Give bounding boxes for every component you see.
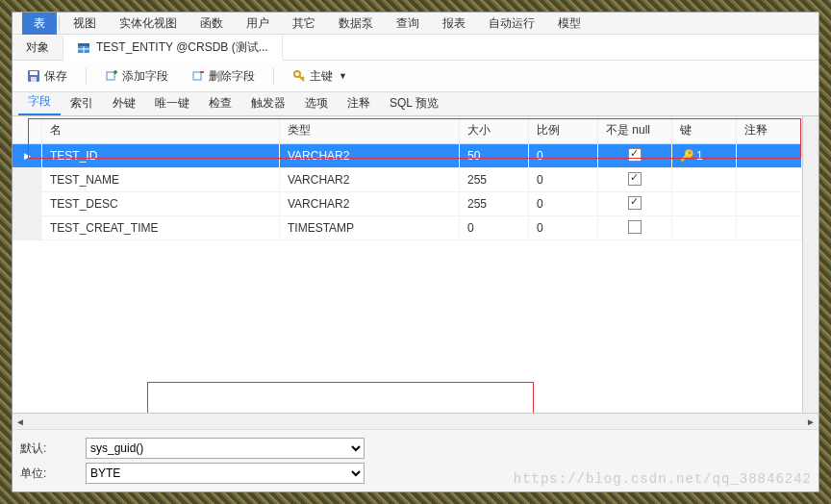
col-comment-header[interactable]: 注释 bbox=[737, 116, 802, 144]
delete-field-button[interactable]: 删除字段 bbox=[183, 64, 264, 88]
cell-type[interactable]: TIMESTAMP bbox=[280, 216, 460, 240]
columns-table: 名 类型 大小 比例 不是 null 键 注释 ▶TEST_IDVARCHAR2… bbox=[13, 116, 802, 240]
horizontal-scrollbar[interactable]: ◄ ► bbox=[13, 413, 818, 429]
menuitem-auto[interactable]: 自动运行 bbox=[477, 13, 546, 35]
table-icon bbox=[77, 40, 90, 54]
primary-key-button[interactable]: 主键 ▼ bbox=[284, 64, 356, 88]
default-label: 默认: bbox=[20, 441, 78, 457]
svg-rect-7 bbox=[107, 72, 114, 80]
add-field-button[interactable]: 添加字段 bbox=[96, 64, 177, 88]
cell-name[interactable]: TEST_ID bbox=[42, 144, 280, 168]
document-tabs: 对象 TEST_ENTITY @CRSDB (测试... bbox=[13, 35, 818, 61]
svg-rect-6 bbox=[31, 77, 37, 82]
svg-rect-1 bbox=[78, 43, 89, 46]
col-notnull-header[interactable]: 不是 null bbox=[598, 116, 672, 144]
notnull-checkbox[interactable] bbox=[628, 148, 642, 162]
columns-grid-area: 名 类型 大小 比例 不是 null 键 注释 ▶TEST_IDVARCHAR2… bbox=[13, 116, 818, 413]
subtab-options[interactable]: 选项 bbox=[295, 91, 338, 115]
default-select[interactable]: sys_guid() bbox=[86, 438, 365, 459]
vertical-scrollbar[interactable] bbox=[802, 116, 818, 413]
cell-key[interactable] bbox=[672, 192, 737, 216]
svg-rect-5 bbox=[30, 71, 38, 75]
cell-type[interactable]: VARCHAR2 bbox=[280, 192, 460, 216]
field-properties-panel: 默认: sys_guid() 单位: BYTE bbox=[13, 429, 818, 491]
cell-scale[interactable]: 0 bbox=[529, 144, 598, 168]
save-button[interactable]: 保存 bbox=[18, 64, 76, 88]
cell-notnull[interactable] bbox=[598, 216, 672, 240]
menuitem-query[interactable]: 查询 bbox=[385, 13, 431, 35]
subtab-index[interactable]: 索引 bbox=[61, 91, 103, 115]
subtab-comment[interactable]: 注释 bbox=[338, 91, 380, 115]
subtab-unique[interactable]: 唯一键 bbox=[145, 91, 199, 115]
subtab-trigger[interactable]: 触发器 bbox=[241, 91, 295, 115]
menuitem-datapump[interactable]: 数据泵 bbox=[327, 13, 385, 35]
table-row[interactable]: ▶TEST_IDVARCHAR2500🔑1 bbox=[13, 144, 802, 168]
cell-key[interactable] bbox=[672, 168, 737, 192]
subtab-fields[interactable]: 字段 bbox=[18, 89, 61, 115]
cell-comment[interactable] bbox=[737, 192, 802, 216]
key-icon bbox=[292, 69, 306, 84]
action-toolbar: 保存 添加字段 删除字段 主键 ▼ bbox=[13, 61, 818, 92]
cell-key[interactable] bbox=[672, 216, 737, 240]
menuitem-table[interactable]: 表 bbox=[22, 13, 57, 35]
table-row[interactable]: TEST_NAMEVARCHAR22550 bbox=[13, 168, 802, 192]
cell-scale[interactable]: 0 bbox=[529, 216, 598, 240]
save-icon bbox=[27, 69, 40, 84]
tab-objects[interactable]: 对象 bbox=[13, 36, 63, 60]
chevron-down-icon: ▼ bbox=[339, 71, 347, 81]
cell-comment[interactable] bbox=[737, 144, 802, 168]
cell-name[interactable]: TEST_CREAT_TIME bbox=[42, 216, 280, 240]
cell-notnull[interactable] bbox=[598, 144, 672, 168]
cell-size[interactable]: 255 bbox=[460, 168, 529, 192]
table-row[interactable]: TEST_DESCVARCHAR22550 bbox=[13, 192, 802, 216]
unit-label: 单位: bbox=[20, 466, 78, 482]
cell-notnull[interactable] bbox=[598, 168, 672, 192]
app-window: 表 视图 实体化视图 函数 用户 其它 数据泵 查询 报表 自动运行 模型 对象… bbox=[12, 12, 819, 492]
menuitem-function[interactable]: 函数 bbox=[189, 13, 235, 35]
unit-select[interactable]: BYTE bbox=[86, 463, 365, 484]
cell-size[interactable]: 0 bbox=[460, 216, 529, 240]
table-row[interactable]: TEST_CREAT_TIMETIMESTAMP00 bbox=[13, 216, 802, 240]
subtab-sql[interactable]: SQL 预览 bbox=[380, 91, 448, 115]
svg-rect-10 bbox=[193, 72, 201, 80]
cell-type[interactable]: VARCHAR2 bbox=[280, 168, 460, 192]
cell-scale[interactable]: 0 bbox=[529, 192, 598, 216]
scroll-left-arrow[interactable]: ◄ bbox=[13, 416, 28, 427]
notnull-checkbox[interactable] bbox=[628, 172, 642, 186]
svg-line-14 bbox=[302, 77, 304, 79]
menuitem-view[interactable]: 视图 bbox=[62, 13, 108, 35]
top-menubar: 表 视图 实体化视图 函数 用户 其它 数据泵 查询 报表 自动运行 模型 bbox=[13, 13, 818, 35]
notnull-checkbox[interactable] bbox=[628, 196, 642, 210]
add-icon bbox=[105, 69, 118, 84]
cell-name[interactable]: TEST_NAME bbox=[42, 168, 280, 192]
cell-comment[interactable] bbox=[737, 168, 802, 192]
col-scale-header[interactable]: 比例 bbox=[529, 116, 598, 144]
menuitem-other[interactable]: 其它 bbox=[281, 13, 327, 35]
cell-notnull[interactable] bbox=[598, 192, 672, 216]
scroll-right-arrow[interactable]: ► bbox=[803, 416, 818, 427]
cell-name[interactable]: TEST_DESC bbox=[42, 192, 280, 216]
menuitem-matview[interactable]: 实体化视图 bbox=[108, 13, 189, 35]
menuitem-user[interactable]: 用户 bbox=[235, 13, 281, 35]
cell-size[interactable]: 50 bbox=[460, 144, 529, 168]
subtab-check[interactable]: 检查 bbox=[199, 91, 241, 115]
menuitem-report[interactable]: 报表 bbox=[431, 13, 477, 35]
menuitem-model[interactable]: 模型 bbox=[546, 13, 592, 35]
col-key-header[interactable]: 键 bbox=[672, 116, 737, 144]
cell-size[interactable]: 255 bbox=[460, 192, 529, 216]
col-name-header[interactable]: 名 bbox=[42, 116, 280, 144]
col-size-header[interactable]: 大小 bbox=[460, 116, 529, 144]
key-icon: 🔑 bbox=[680, 149, 694, 163]
cell-type[interactable]: VARCHAR2 bbox=[280, 144, 460, 168]
cell-comment[interactable] bbox=[737, 216, 802, 240]
cell-scale[interactable]: 0 bbox=[529, 168, 598, 192]
notnull-checkbox[interactable] bbox=[628, 220, 642, 234]
delete-icon bbox=[191, 69, 205, 84]
properties-tabs: 字段 索引 外键 唯一键 检查 触发器 选项 注释 SQL 预览 bbox=[13, 92, 818, 116]
subtab-fk[interactable]: 外键 bbox=[103, 91, 145, 115]
tab-entity[interactable]: TEST_ENTITY @CRSDB (测试... bbox=[63, 36, 283, 61]
cell-key[interactable]: 🔑1 bbox=[672, 144, 737, 168]
col-type-header[interactable]: 类型 bbox=[280, 116, 460, 144]
